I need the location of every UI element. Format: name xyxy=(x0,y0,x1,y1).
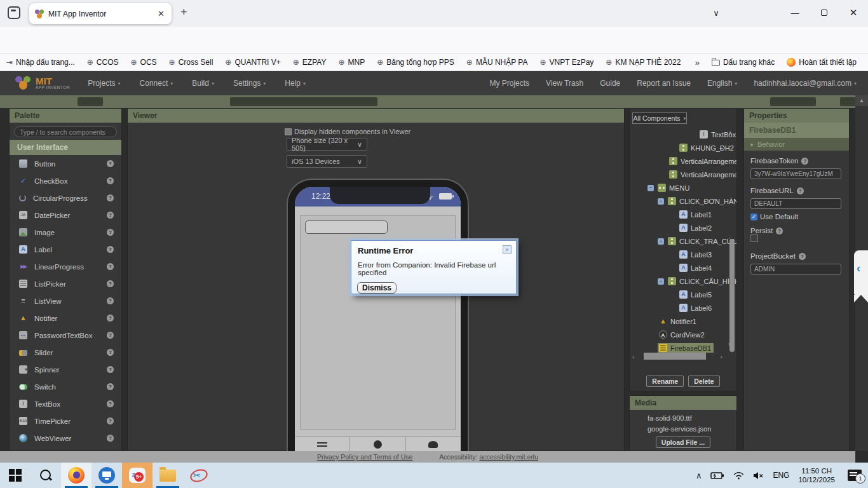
tree-vertical-scrollbar[interactable] xyxy=(729,239,735,352)
taskbar-firefox[interactable] xyxy=(61,463,92,488)
palette-item[interactable]: PasswordTextBox ? xyxy=(10,327,121,344)
help-icon[interactable]: ? xyxy=(107,177,114,184)
tree-item[interactable]: − CLICK_CẤU_HÌNH xyxy=(630,274,736,288)
use-default-row[interactable]: ✓ Use Default xyxy=(750,213,843,220)
use-default-checkbox[interactable]: ✓ xyxy=(750,214,757,220)
bookmark-item[interactable]: KM NẠP THẺ 2022 xyxy=(606,58,681,67)
help-icon[interactable]: ? xyxy=(107,212,114,219)
privacy-link[interactable]: Privacy Policy and Terms of Use xyxy=(317,453,412,461)
language-menu[interactable]: English▾ xyxy=(707,79,737,88)
app-menu-item[interactable]: Connect▾ xyxy=(140,79,173,88)
dialog-close-icon[interactable]: × xyxy=(503,245,512,254)
palette-item[interactable]: TimePicker ? xyxy=(10,412,121,430)
tree-item[interactable]: − VerticalArrangeme xyxy=(630,168,736,181)
bookmark-item[interactable]: Bảng tổng hợp PPS xyxy=(377,58,454,67)
bookmark-item[interactable]: QUANTRI V+ xyxy=(225,58,280,67)
media-file[interactable]: google-services.json xyxy=(630,424,736,435)
window-close-button[interactable]: ✕ xyxy=(844,4,863,22)
help-icon[interactable]: ? xyxy=(107,417,114,424)
firebase-url-input[interactable] xyxy=(750,198,841,209)
header-link[interactable]: View Trash xyxy=(546,79,583,88)
help-icon[interactable]: ? xyxy=(107,297,114,304)
help-icon[interactable]: ? xyxy=(107,280,114,287)
palette-item[interactable]: CheckBox ? xyxy=(10,172,121,189)
account-menu[interactable]: hadinhhai.laocai@gmail.com▾ xyxy=(754,79,857,88)
help-icon[interactable]: ? xyxy=(776,227,783,234)
palette-item[interactable]: Slider ? xyxy=(10,344,121,361)
bookmarks-overflow-chevron[interactable]: » xyxy=(695,58,700,67)
header-link[interactable]: Report an Issue xyxy=(637,79,691,88)
battery-icon[interactable] xyxy=(710,471,724,480)
phone-textbox-component[interactable] xyxy=(305,220,388,234)
tree-item[interactable]: − Label2 xyxy=(630,221,736,234)
collapse-minus-icon[interactable]: − xyxy=(658,198,664,205)
app-menu-item[interactable]: Settings▾ xyxy=(233,79,266,88)
nav-home-button[interactable] xyxy=(350,437,405,452)
bookmark-item[interactable]: VNPT EzPay xyxy=(539,58,593,67)
scroll-up-arrow-icon[interactable]: ▲ xyxy=(855,95,868,106)
persist-checkbox[interactable] xyxy=(750,234,758,242)
taskbar-app-blue[interactable] xyxy=(92,463,122,488)
header-link[interactable]: Guide xyxy=(600,79,620,88)
tree-item[interactable]: − Label6 xyxy=(630,301,736,315)
browser-tab[interactable]: MIT App Inventor ✕ xyxy=(29,3,172,24)
tree-item[interactable]: − Label4 xyxy=(630,261,736,274)
help-icon[interactable]: ? xyxy=(107,246,114,253)
phone-screen[interactable]: 12:22 xyxy=(295,187,461,452)
horizontal-scroll-thumb[interactable] xyxy=(644,353,706,360)
bookmark-item[interactable]: MNP xyxy=(338,58,365,67)
palette-item[interactable]: ListPicker ? xyxy=(10,275,121,292)
taskbar-clock[interactable]: 11:50 CH10/12/2025 xyxy=(798,466,835,484)
bookmark-item[interactable]: MẪU NHẬP PA xyxy=(466,58,528,67)
bookmark-item[interactable]: CCOS xyxy=(87,58,119,67)
header-link[interactable]: My Projects xyxy=(489,79,529,88)
project-bucket-input[interactable] xyxy=(750,264,841,274)
palette-item[interactable]: LinearProgress ? xyxy=(10,258,121,275)
tree-item[interactable]: − VerticalArrangeme xyxy=(630,154,736,168)
all-components-dropdown[interactable]: All Components▾ xyxy=(632,112,687,124)
help-icon[interactable]: ? xyxy=(801,158,808,165)
tree-item[interactable]: − Label5 xyxy=(630,288,736,301)
taskbar-snipping-tool[interactable] xyxy=(183,463,214,488)
palette-item[interactable]: ListView ? xyxy=(10,292,121,309)
start-button[interactable] xyxy=(9,469,22,482)
tree-item[interactable]: − Label3 xyxy=(630,248,736,261)
help-icon[interactable]: ? xyxy=(107,229,114,236)
hidden-icons-chevron[interactable]: ∧ xyxy=(696,471,702,480)
notification-center-icon[interactable] xyxy=(848,470,862,481)
setup-bookmark-item[interactable]: Hoàn tất thiết lập xyxy=(787,58,857,67)
behavior-section-header[interactable]: ▼Behavior xyxy=(744,138,849,151)
palette-item[interactable]: Image ? xyxy=(10,224,121,241)
help-icon[interactable]: ? xyxy=(107,160,114,167)
upload-file-button[interactable]: Upload File ... xyxy=(656,437,710,448)
collapse-minus-icon[interactable]: − xyxy=(658,238,664,245)
os-devices-dropdown[interactable]: iOS 13 Devices∨ xyxy=(287,155,367,168)
tree-item[interactable]: − Notifier1 xyxy=(630,315,736,328)
display-hidden-checkbox-row[interactable]: Display hidden components in Viewer xyxy=(285,128,410,135)
window-maximize-button[interactable] xyxy=(815,4,834,22)
tree-item[interactable]: − KHUNG_ĐH2 xyxy=(630,141,736,154)
delete-button[interactable]: Delete xyxy=(688,376,720,387)
palette-item[interactable]: Switch ? xyxy=(10,378,121,395)
help-icon[interactable]: ? xyxy=(107,332,114,339)
tree-item[interactable]: − CardView2 xyxy=(630,328,736,341)
scroll-left-icon[interactable]: ‹ xyxy=(632,353,635,360)
taskbar-zalo[interactable]: Zalo5+ xyxy=(122,463,153,488)
help-icon[interactable]: ? xyxy=(107,263,114,270)
bookmark-item[interactable]: Cross Sell xyxy=(169,58,214,67)
toolbar-button[interactable] xyxy=(770,97,816,106)
help-icon[interactable]: ? xyxy=(107,383,114,390)
palette-item[interactable]: DatePicker ? xyxy=(10,207,121,224)
help-icon[interactable]: ? xyxy=(107,400,114,407)
collapse-panel-tab[interactable]: ‹ xyxy=(854,250,868,295)
bookmark-item[interactable]: Nhập dấu trang... xyxy=(6,58,75,67)
collapse-minus-icon[interactable]: − xyxy=(648,185,654,191)
palette-item[interactable]: Label ? xyxy=(10,241,121,258)
collapse-minus-icon[interactable]: − xyxy=(658,278,664,285)
tree-item[interactable]: − TextBox1 xyxy=(630,128,736,141)
help-icon[interactable]: ? xyxy=(107,194,114,201)
tab-list-chevron-icon[interactable]: ∨ xyxy=(707,4,726,22)
tree-item[interactable]: − MENU xyxy=(630,181,736,194)
bookmark-item[interactable]: EZPAY xyxy=(293,58,327,67)
app-menu-item[interactable]: Help▾ xyxy=(285,79,306,88)
